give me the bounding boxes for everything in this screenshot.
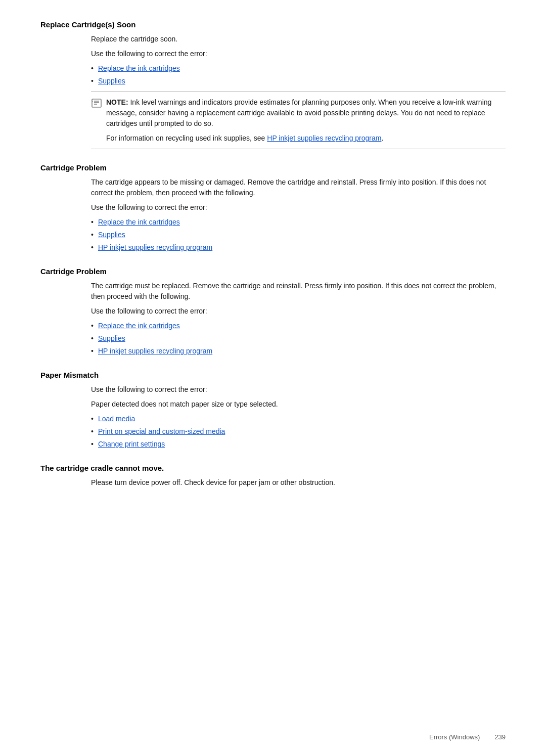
list-item: Supplies <box>91 76 506 86</box>
page-number: 239 <box>494 733 506 741</box>
section-body-paper-mismatch: Use the following to correct the error: … <box>91 384 506 450</box>
para-replace-soon-2: Use the following to correct the error: <box>91 49 506 59</box>
note-paragraph-1: NOTE: Ink level warnings and indicators … <box>106 97 506 129</box>
note-label: NOTE: <box>106 98 128 106</box>
note-recycle-prefix: For information on recycling used ink su… <box>106 134 267 142</box>
footer-spacer <box>482 733 493 741</box>
section-cartridge-cradle: The cartridge cradle cannot move. Please… <box>40 464 506 488</box>
page-footer: Errors (Windows) 239 <box>429 733 506 741</box>
bullet-list-cartridge-problem-2: Replace the ink cartridges Supplies HP i… <box>91 321 506 357</box>
section-replace-cartridges-soon: Replace Cartridge(s) Soon Replace the ca… <box>40 20 506 149</box>
link-supplies-1[interactable]: Supplies <box>98 77 125 85</box>
para-paper-mismatch-2: Paper detected does not match paper size… <box>91 399 506 410</box>
list-item: HP inkjet supplies recycling program <box>91 242 506 253</box>
section-cartridge-problem-2: Cartridge Problem The cartridge must be … <box>40 267 506 357</box>
list-item: Supplies <box>91 333 506 344</box>
link-hp-inkjet-recycling-2[interactable]: HP inkjet supplies recycling program <box>98 347 212 355</box>
page-content: Replace Cartridge(s) Soon Replace the ca… <box>0 0 546 543</box>
list-item: Supplies <box>91 230 506 240</box>
link-replace-ink-cartridges-1[interactable]: Replace the ink cartridges <box>98 64 180 72</box>
note-paragraph-2: For information on recycling used ink su… <box>106 133 506 144</box>
note-text-1: Ink level warnings and indicators provid… <box>106 98 491 127</box>
section-heading-cartridge-cradle: The cartridge cradle cannot move. <box>40 464 506 472</box>
note-content: NOTE: Ink level warnings and indicators … <box>106 97 506 144</box>
note-recycle-suffix: . <box>381 134 383 142</box>
list-item: Load media <box>91 414 506 424</box>
list-item: Print on special and custom-sized media <box>91 426 506 437</box>
para-paper-mismatch-1: Use the following to correct the error: <box>91 384 506 395</box>
link-replace-ink-cartridges-2[interactable]: Replace the ink cartridges <box>98 218 180 226</box>
link-hp-inkjet-recycling-note[interactable]: HP inkjet supplies recycling program <box>267 134 381 142</box>
para-cartridge-problem-2-2: Use the following to correct the error: <box>91 306 506 317</box>
note-box: NOTE: Ink level warnings and indicators … <box>91 92 506 149</box>
section-heading-paper-mismatch: Paper Mismatch <box>40 371 506 379</box>
list-item: Replace the ink cartridges <box>91 217 506 228</box>
para-replace-soon-1: Replace the cartridge soon. <box>91 34 506 45</box>
svg-rect-0 <box>92 99 101 107</box>
section-heading-replace-cartridges-soon: Replace Cartridge(s) Soon <box>40 20 506 29</box>
section-cartridge-problem-1: Cartridge Problem The cartridge appears … <box>40 163 506 253</box>
bullet-list-paper-mismatch: Load media Print on special and custom-s… <box>91 414 506 450</box>
list-item: Replace the ink cartridges <box>91 63 506 74</box>
link-load-media[interactable]: Load media <box>98 415 135 423</box>
bullet-list-cartridge-problem-1: Replace the ink cartridges Supplies HP i… <box>91 217 506 253</box>
section-body-cartridge-cradle: Please turn device power off. Check devi… <box>91 477 506 488</box>
para-cartridge-problem-1-1: The cartridge appears to be missing or d… <box>91 177 506 198</box>
link-supplies-3[interactable]: Supplies <box>98 334 125 342</box>
section-body-cartridge-problem-2: The cartridge must be replaced. Remove t… <box>91 281 506 357</box>
footer-text: Errors (Windows) <box>429 733 480 741</box>
list-item: HP inkjet supplies recycling program <box>91 346 506 357</box>
link-print-special-media[interactable]: Print on special and custom-sized media <box>98 427 225 435</box>
para-cartridge-problem-1-2: Use the following to correct the error: <box>91 202 506 213</box>
section-paper-mismatch: Paper Mismatch Use the following to corr… <box>40 371 506 450</box>
para-cartridge-problem-2-1: The cartridge must be replaced. Remove t… <box>91 281 506 302</box>
list-item: Replace the ink cartridges <box>91 321 506 331</box>
para-cartridge-cradle-1: Please turn device power off. Check devi… <box>91 477 506 488</box>
note-icon <box>91 98 102 109</box>
section-body-cartridge-problem-1: The cartridge appears to be missing or d… <box>91 177 506 253</box>
bullet-list-replace-soon: Replace the ink cartridges Supplies <box>91 63 506 86</box>
link-supplies-2[interactable]: Supplies <box>98 231 125 239</box>
link-replace-ink-cartridges-3[interactable]: Replace the ink cartridges <box>98 322 180 330</box>
link-change-print-settings[interactable]: Change print settings <box>98 440 165 448</box>
section-heading-cartridge-problem-1: Cartridge Problem <box>40 163 506 172</box>
section-body-replace-cartridges-soon: Replace the cartridge soon. Use the foll… <box>91 34 506 149</box>
section-heading-cartridge-problem-2: Cartridge Problem <box>40 267 506 276</box>
list-item: Change print settings <box>91 439 506 450</box>
link-hp-inkjet-recycling-1[interactable]: HP inkjet supplies recycling program <box>98 243 212 251</box>
